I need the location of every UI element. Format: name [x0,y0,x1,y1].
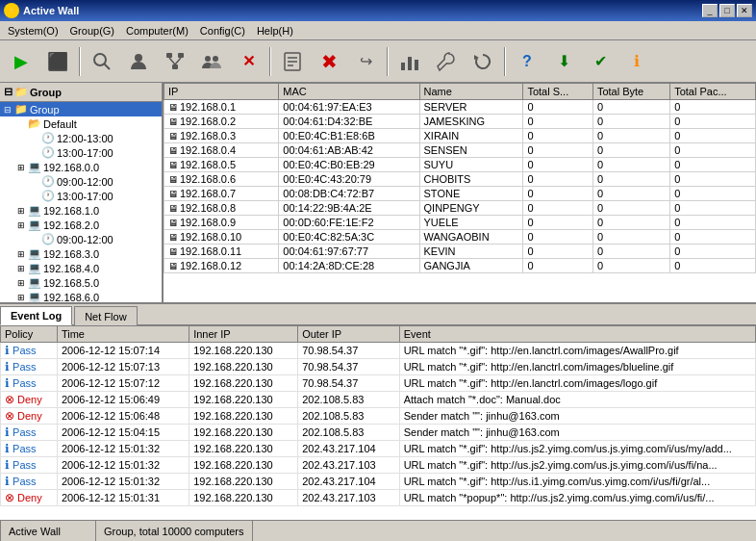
tree-item-label: 09:00-12:00 [57,234,113,245]
tree-expand-icon[interactable]: ⊞ [17,163,27,172]
tree-item[interactable]: ⊞💻192.168.0.0 [0,160,162,174]
log-row[interactable]: ℹ Pass 2006-12-12 15:01:32 192.168.220.1… [1,474,756,490]
menu-help[interactable]: Help(H) [251,23,299,39]
info-button[interactable]: ℹ [619,44,654,79]
tree-expand-icon[interactable]: ⊞ [17,293,27,302]
tree-expand-icon[interactable]: ⊞ [17,249,27,259]
tree-item[interactable]: 📂Default [0,116,162,131]
delete-button[interactable]: ✕ [231,44,265,79]
user-button[interactable] [121,44,156,79]
table-row[interactable]: 🖥192.168.0.12 00:14:2A:8D:CE:28 GANGJIA … [164,259,756,273]
cell-tp: 0 [670,129,756,143]
log-scroll[interactable]: Policy Time Inner IP Outer IP Event ℹ Pa… [0,325,756,520]
redirect-button[interactable]: ↪ [348,44,383,79]
help-button[interactable]: ? [510,44,544,79]
approve-button[interactable]: ✔ [583,44,617,79]
tree-item[interactable]: ⊞💻192.168.3.0 [0,246,162,261]
log-row[interactable]: ⊗ Deny 2006-12-12 15:01:31 192.168.220.1… [1,490,756,506]
download-button[interactable]: ⬇ [546,44,581,79]
table-row[interactable]: 🖥192.168.0.11 00:04:61:97:67:77 KEVIN 0 … [164,245,756,259]
chart-button[interactable] [392,44,427,79]
tree-expand-icon[interactable]: ⊞ [17,220,27,230]
table-row[interactable]: 🖥192.168.0.2 00:04:61:D4:32:BE JAMESKING… [164,115,756,129]
log-row[interactable]: ℹ Pass 2006-12-12 15:04:15 192.168.220.1… [1,425,756,441]
table-row[interactable]: 🖥192.168.0.6 00:E0:4C:43:20:79 CHOBITS 0… [164,172,756,187]
log-row[interactable]: ℹ Pass 2006-12-12 15:01:32 192.168.220.1… [1,457,756,474]
svg-rect-15 [408,57,412,70]
svg-point-8 [205,56,211,62]
maximize-button[interactable]: □ [719,4,735,17]
cell-ts: 0 [523,201,593,216]
log-cell-policy: ⊗ Deny [1,408,58,425]
log-row[interactable]: ⊗ Deny 2006-12-12 15:06:48 192.168.220.1… [1,408,756,425]
table-row[interactable]: 🖥192.168.0.8 00:14:22:9B:4A:2E QINPENGY … [164,201,756,216]
table-row[interactable]: 🖥192.168.0.1 00:04:61:97:EA:E3 SERVER 0 … [164,100,756,115]
log-cell-time: 2006-12-12 15:01:32 [57,457,189,474]
col-ip: IP [164,84,279,100]
cell-ip: 🖥192.168.0.1 [164,100,279,115]
tree-expand-icon[interactable]: ⊞ [17,278,27,288]
tree-item-label: 192.168.0.0 [43,162,99,173]
tree-item[interactable]: ⊞💻192.168.2.0 [0,218,162,232]
group-button[interactable] [194,44,229,79]
menu-system[interactable]: System(O) [2,23,64,39]
tree-item[interactable]: 🕐13:00-17:00 [0,145,162,160]
minimize-button[interactable]: _ [702,4,718,17]
refresh-button[interactable] [466,44,500,79]
menu-config[interactable]: Config(C) [194,23,251,39]
tree-node-icon: 💻 [28,204,41,217]
tree-item[interactable]: ⊞💻192.168.4.0 [0,261,162,275]
tree-item-label: 13:00-17:00 [57,147,113,159]
cell-name: WANGAOBIN [419,230,523,245]
log-cell-time: 2006-12-12 15:06:49 [57,392,189,408]
tree-expand-icon[interactable]: ⊟ [4,105,13,115]
table-row[interactable]: 🖥192.168.0.3 00:E0:4C:B1:E8:6B XIRAIN 0 … [164,129,756,143]
table-row[interactable]: 🖥192.168.0.7 00:08:DB:C4:72:B7 STONE 0 0… [164,187,756,201]
tab-bar: Event Log Net Flow [0,304,756,325]
menu-computer[interactable]: Computer(M) [120,23,194,39]
tree-item[interactable]: ⊞💻192.168.5.0 [0,275,162,290]
grid-scroll[interactable]: IP MAC Name Total S... Total Byte Total … [164,83,756,302]
app-icon: ⚡ [4,3,19,18]
stop-button[interactable]: ⬛ [40,44,75,79]
log-row[interactable]: ℹ Pass 2006-12-12 15:07:14 192.168.220.1… [1,343,756,359]
table-row[interactable]: 🖥192.168.0.10 00:E0:4C:82:5A:3C WANGAOBI… [164,230,756,245]
cell-tp: 0 [670,201,756,216]
menu-group[interactable]: Group(G) [64,23,120,39]
find-button[interactable] [85,44,119,79]
tree-item-label: 12:00-13:00 [57,133,113,144]
tree-item[interactable]: ⊞💻192.168.6.0 [0,290,162,302]
log-row[interactable]: ⊗ Deny 2006-12-12 15:06:49 192.168.220.1… [1,392,756,408]
cell-ts: 0 [523,216,593,230]
table-row[interactable]: 🖥192.168.0.4 00:04:61:AB:AB:42 SENSEN 0 … [164,143,756,158]
tree-item[interactable]: 🕐09:00-12:00 [0,174,162,189]
cell-mac: 00:04:61:97:EA:E3 [279,100,419,115]
block-button[interactable]: ✖ [312,44,346,79]
close-button[interactable]: ✕ [737,4,752,17]
log-cell-inner: 192.168.220.130 [189,425,298,441]
tools-button[interactable] [429,44,464,79]
tree-node-icon: 💻 [28,247,41,260]
network-button[interactable] [158,44,192,79]
tree-item[interactable]: 🕐13:00-17:00 [0,189,162,203]
log-row[interactable]: ℹ Pass 2006-12-12 15:01:32 192.168.220.1… [1,441,756,457]
cell-ip: 🖥192.168.0.7 [164,187,279,201]
start-button[interactable]: ▶ [4,44,38,79]
tree-item[interactable]: ⊟📁Group [0,102,162,116]
tree-expand-icon[interactable]: ⊞ [17,206,27,216]
pass-icon: ℹ [5,442,10,455]
log-row[interactable]: ℹ Pass 2006-12-12 15:07:13 192.168.220.1… [1,359,756,375]
cell-ip: 🖥192.168.0.9 [164,216,279,230]
tree-item[interactable]: 🕐12:00-13:00 [0,131,162,145]
title-bar: ⚡ Active Wall _ □ ✕ [0,0,756,21]
tree-item[interactable]: ⊞💻192.168.1.0 [0,203,162,218]
tab-event-log[interactable]: Event Log [0,306,72,325]
table-row[interactable]: 🖥192.168.0.5 00:E0:4C:B0:EB:29 SUYU 0 0 … [164,158,756,172]
log-row[interactable]: ℹ Pass 2006-12-12 15:07:12 192.168.220.1… [1,375,756,392]
table-row[interactable]: 🖥192.168.0.9 00:0D:60:FE:1E:F2 YUELE 0 0… [164,216,756,230]
tree-collapse-icon[interactable]: ⊟ [4,86,13,98]
tab-net-flow[interactable]: Net Flow [74,306,137,325]
policy-button[interactable] [275,44,310,79]
tree-item[interactable]: 🕐09:00-12:00 [0,232,162,246]
tree-expand-icon[interactable]: ⊞ [17,264,27,273]
